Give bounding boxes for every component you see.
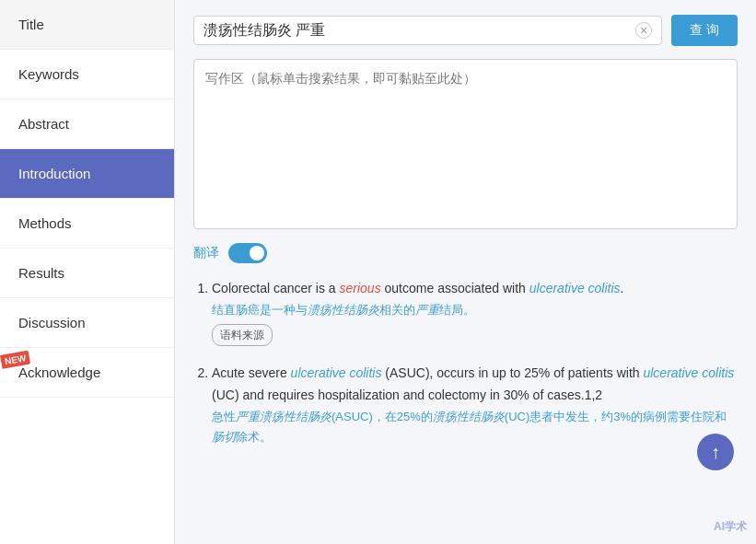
toggle-knob (250, 246, 264, 260)
source-badge-1[interactable]: 语料来源 (212, 324, 273, 346)
cn-keyword-2: 严重 (415, 303, 439, 317)
sidebar-item-abstract[interactable]: Abstract (0, 99, 174, 149)
results-list: Colorectal cancer is a serious outcome a… (193, 278, 738, 447)
sidebar-item-label: Results (18, 265, 64, 281)
result-item-1[interactable]: Colorectal cancer is a serious outcome a… (212, 278, 738, 346)
sidebar-item-discussion[interactable]: Discussion (0, 298, 174, 348)
sidebar-item-label: Discussion (18, 315, 86, 330)
keyword-uc-2b: ulcerative colitis (643, 365, 734, 380)
search-bar: × 查 询 (193, 15, 738, 46)
search-input-wrapper: × (193, 16, 662, 45)
sidebar-item-label: Keywords (18, 66, 79, 82)
clear-button[interactable]: × (635, 22, 652, 39)
translate-row: 翻译 (193, 243, 738, 263)
sidebar-item-acknowledge[interactable]: NEW Acknowledge (0, 348, 174, 398)
query-button[interactable]: 查 询 (671, 15, 738, 46)
sidebar-item-label: Abstract (18, 116, 69, 132)
search-input[interactable] (204, 22, 635, 39)
result-en-text-1: Colorectal cancer is a serious outcome a… (212, 281, 623, 295)
translate-toggle[interactable] (228, 243, 267, 263)
sidebar-item-results[interactable]: Results (0, 249, 174, 298)
sidebar-item-methods[interactable]: Methods (0, 199, 174, 249)
keyword-serious: serious (340, 281, 381, 295)
scroll-up-icon: ↑ (711, 442, 720, 463)
scroll-up-button[interactable]: ↑ (697, 434, 734, 470)
result-en-text-2: Acute severe ulcerative colitis (ASUC), … (212, 365, 734, 402)
result-item-2[interactable]: Acute severe ulcerative colitis (ASUC), … (212, 363, 738, 447)
sidebar-item-label: Acknowledge (18, 365, 100, 380)
writing-area[interactable] (193, 59, 738, 229)
cn-keyword-3: 严重溃疡性结肠炎 (236, 410, 331, 423)
translate-label: 翻译 (193, 245, 219, 261)
sidebar: Title Keywords Abstract Introduction Met… (0, 0, 175, 544)
result-cn-text-1: 结直肠癌是一种与溃疡性结肠炎相关的严重结局。 (212, 300, 738, 320)
sidebar-item-introduction[interactable]: Introduction (0, 149, 174, 199)
sidebar-item-label: Introduction (18, 166, 90, 181)
watermark: AI学术 (714, 519, 747, 535)
cn-keyword-4: 溃疡性结肠炎 (433, 410, 505, 423)
sidebar-item-keywords[interactable]: Keywords (0, 50, 174, 99)
main-content: × 查 询 翻译 Colorectal cancer is a serious … (175, 0, 756, 544)
keyword-uc-2a: ulcerative colitis (291, 365, 382, 380)
cn-keyword-5: 肠切 (212, 430, 236, 444)
result-cn-text-2: 急性严重溃疡性结肠炎(ASUC)，在25%的溃疡性结肠炎(UC)患者中发生，约3… (212, 407, 738, 447)
cn-keyword-1: 溃疡性结肠炎 (308, 303, 379, 317)
sidebar-item-label: Methods (18, 215, 72, 231)
keyword-uc-1: ulcerative colitis (529, 281, 621, 295)
sidebar-item-label: Title (18, 17, 44, 32)
sidebar-item-title[interactable]: Title (0, 0, 174, 50)
